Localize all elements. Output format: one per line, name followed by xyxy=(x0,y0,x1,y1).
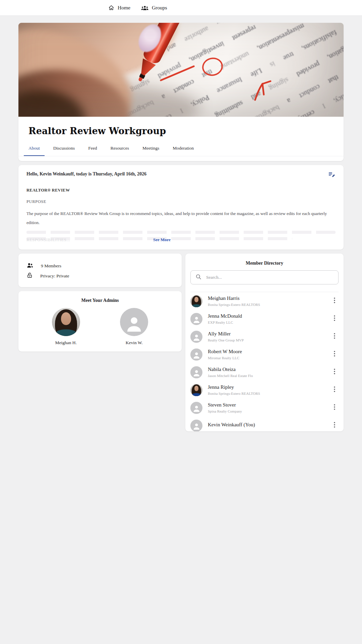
member-company: Bonita Springs-Estero REALTORS xyxy=(208,391,260,395)
member-row[interactable]: Nabila Oteiza Jason Mitchell Real Estate… xyxy=(190,363,339,381)
member-options-button[interactable] xyxy=(333,350,337,359)
search-input[interactable] xyxy=(205,274,334,280)
group-header-card: conductabackgroundherebyauthorizeandfals… xyxy=(18,23,344,161)
kebab-icon xyxy=(334,405,335,411)
group-stats-card: 9 Members Privacy: Private xyxy=(18,254,182,287)
member-company: Bonita Springs-Estero REALTORS xyxy=(208,303,260,307)
member-name: Robert W Moore xyxy=(208,349,242,355)
members-count: 9 Members xyxy=(41,263,61,269)
member-name: Jenna Ripley xyxy=(208,384,260,390)
see-more-link[interactable]: See More xyxy=(153,237,171,243)
top-nav: Home Groups xyxy=(0,0,362,16)
admin-placeholder-avatar xyxy=(120,308,148,336)
about-subheading: PURPOSE xyxy=(26,199,336,204)
about-card: Hello, Kevin Weinkauff, today is Thursda… xyxy=(18,165,344,250)
member-options-button[interactable] xyxy=(333,296,337,306)
member-placeholder-avatar xyxy=(190,402,202,414)
tab[interactable]: Moderation xyxy=(168,142,198,156)
member-placeholder-avatar xyxy=(190,366,202,378)
kebab-icon xyxy=(334,387,335,393)
member-options-button[interactable] xyxy=(333,314,337,324)
nav-home[interactable]: Home xyxy=(108,5,130,11)
faded-text-line xyxy=(26,231,336,234)
member-directory-card: Member Directory Meighan Harris Bonita S… xyxy=(185,254,344,431)
admin-item[interactable]: Meighan H. xyxy=(41,308,91,345)
home-icon xyxy=(108,5,114,11)
nav-groups-label: Groups xyxy=(152,5,167,11)
privacy-value: Privacy: Private xyxy=(40,273,69,279)
member-row[interactable]: Steven Stover Spina Realty Company xyxy=(190,399,339,417)
member-company: Realty One Group MVP xyxy=(208,338,244,342)
tab[interactable]: About xyxy=(24,142,45,156)
kebab-icon xyxy=(334,334,335,340)
member-company: Jason Mitchell Real Estate Flo xyxy=(208,374,253,378)
member-name: Meighan Harris xyxy=(208,296,260,301)
member-options-button[interactable] xyxy=(333,403,337,413)
member-options-button[interactable] xyxy=(333,385,337,395)
member-row[interactable]: Kevin Weinkauff (You) xyxy=(190,417,339,431)
kebab-icon xyxy=(334,316,335,322)
member-photo-avatar xyxy=(190,384,202,396)
privacy-row: Privacy: Private xyxy=(26,271,174,281)
admin-name: Kevin W. xyxy=(126,340,143,345)
member-name: Jenna McDonald xyxy=(208,313,242,319)
edit-about-button[interactable] xyxy=(328,171,336,180)
greeting-text: Hello, Kevin Weinkauff, today is Thursda… xyxy=(26,171,146,177)
nav-groups[interactable]: Groups xyxy=(141,5,167,11)
photo-vignette xyxy=(18,23,344,117)
members-icon xyxy=(26,262,34,270)
member-placeholder-avatar xyxy=(190,331,202,343)
member-list: Meighan Harris Bonita Springs-Estero REA… xyxy=(190,292,339,431)
admin-item[interactable]: Kevin W. xyxy=(109,308,159,345)
member-options-button[interactable] xyxy=(333,332,337,341)
member-row[interactable]: Jenna Ripley Bonita Springs-Estero REALT… xyxy=(190,381,339,399)
member-name: Ally Miller xyxy=(208,331,244,337)
tab[interactable]: Discussions xyxy=(49,142,80,156)
member-company: Miromar Realty LLC xyxy=(208,356,242,360)
member-name: Nabila Oteiza xyxy=(208,367,253,372)
truncated-heading: RESPONSIBILITIES... xyxy=(26,237,70,243)
admins-title: Meet Your Admins xyxy=(18,291,182,303)
group-tabs: About Discussions Feed Resources Meeting… xyxy=(18,142,344,156)
member-row[interactable]: Robert W Moore Miromar Realty LLC xyxy=(190,345,339,363)
member-placeholder-avatar xyxy=(190,420,202,432)
nav-home-label: Home xyxy=(118,5,130,11)
member-row[interactable]: Meighan Harris Bonita Springs-Estero REA… xyxy=(190,292,339,310)
member-placeholder-avatar xyxy=(190,313,202,325)
kebab-icon xyxy=(334,299,335,304)
kebab-icon xyxy=(334,423,335,429)
admin-name: Meighan H. xyxy=(55,340,77,345)
member-placeholder-avatar xyxy=(190,348,202,361)
lock-icon xyxy=(26,272,33,280)
admins-list: Meighan H. Kevin W. xyxy=(18,308,182,345)
group-cover-image: conductabackgroundherebyauthorizeandfals… xyxy=(18,23,344,117)
member-company: EXP Realty LLC xyxy=(208,320,242,324)
about-purpose-text: The purpose of the REALTOR® Review Work … xyxy=(26,209,340,227)
search-icon xyxy=(195,274,202,281)
admins-card: Meet Your Admins Meighan H. xyxy=(18,291,182,352)
page-title: Realtor Review Workgroup xyxy=(28,126,344,136)
edit-note-icon xyxy=(328,174,336,179)
member-name: Steven Stover xyxy=(208,402,242,408)
admin-photo-avatar xyxy=(52,308,80,336)
member-row[interactable]: Ally Miller Realty One Group MVP xyxy=(190,328,339,345)
member-name: Kevin Weinkauff (You) xyxy=(208,422,255,428)
kebab-icon xyxy=(334,370,335,375)
about-heading: REALTOR® REVIEW xyxy=(26,188,336,193)
member-options-button[interactable] xyxy=(333,421,337,430)
tab[interactable]: Meetings xyxy=(138,142,164,156)
kebab-icon xyxy=(334,352,335,358)
member-company: Spina Realty Company xyxy=(208,409,242,413)
tab[interactable]: Feed xyxy=(83,142,102,156)
tab[interactable]: Resources xyxy=(106,142,134,156)
member-search-box xyxy=(190,270,339,284)
member-directory-title: Member Directory xyxy=(190,254,339,266)
member-photo-avatar xyxy=(190,295,202,307)
groups-icon xyxy=(141,5,148,11)
member-options-button[interactable] xyxy=(333,367,337,377)
member-row[interactable]: Jenna McDonald EXP Realty LLC xyxy=(190,310,339,328)
members-count-row: 9 Members xyxy=(26,261,174,271)
